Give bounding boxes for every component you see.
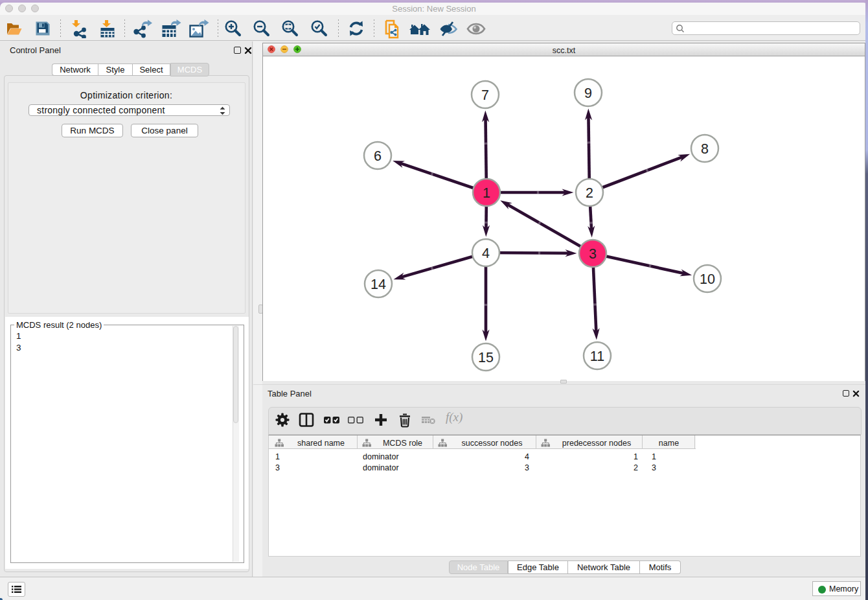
- svg-text:3: 3: [589, 246, 597, 262]
- svg-text:6: 6: [374, 148, 382, 164]
- svg-text:8: 8: [701, 141, 709, 157]
- svg-text:11: 11: [590, 349, 604, 364]
- svg-text:7: 7: [481, 87, 489, 103]
- svg-text:1: 1: [483, 185, 490, 201]
- svg-text:9: 9: [584, 86, 592, 101]
- svg-text:10: 10: [700, 271, 715, 287]
- svg-text:4: 4: [482, 246, 490, 261]
- svg-text:14: 14: [371, 277, 386, 292]
- svg-text:2: 2: [586, 185, 593, 201]
- svg-text:15: 15: [478, 350, 494, 365]
